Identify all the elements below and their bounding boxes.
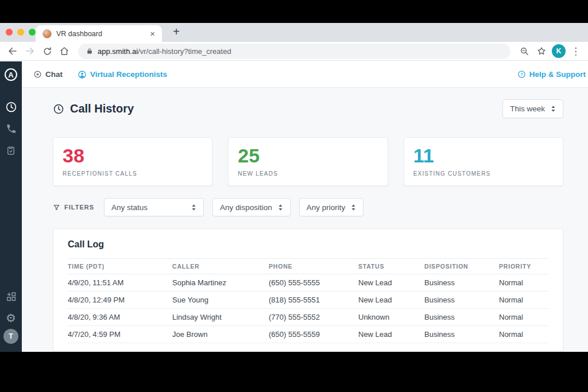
page-content: Call History This week 38 RECEPTIONIST C… xyxy=(22,88,588,352)
back-icon[interactable] xyxy=(6,44,20,58)
table-row[interactable]: 4/7/20, 4:59 PM Joe Brown (650) 555-5559… xyxy=(68,326,548,343)
stat-value: 38 xyxy=(63,145,203,167)
cell-caller: Lindsay Wright xyxy=(172,313,269,321)
filters-bar: FILTERS Any status Any disposition Any p… xyxy=(53,198,563,216)
reload-icon[interactable] xyxy=(40,44,54,58)
stat-card-existing-customers: 11 EXISTING CUSTOMERS xyxy=(404,137,563,186)
gear-icon: ⚙ xyxy=(6,312,16,324)
chat-icon xyxy=(33,70,42,79)
nav-virtual-receptionists[interactable]: Virtual Receptionists xyxy=(78,70,167,79)
forward-icon[interactable] xyxy=(23,44,37,58)
minimize-window-button[interactable] xyxy=(17,29,24,36)
status-filter-select[interactable]: Any status xyxy=(104,198,204,216)
disposition-filter-select[interactable]: Any disposition xyxy=(212,198,291,216)
app-root: A ⚙ T xyxy=(0,61,588,352)
help-icon: ? xyxy=(517,70,526,79)
zoom-out-icon[interactable] xyxy=(517,44,531,58)
url-path: /vr/call-history?time_created xyxy=(138,47,231,56)
url-host: app.smith.ai xyxy=(98,47,138,56)
col-disposition[interactable]: DISPOSITION xyxy=(424,263,499,270)
cell-time: 4/7/20, 4:59 PM xyxy=(68,330,172,339)
table-row[interactable]: 4/9/20, 11:51 AM Sophia Martinez (650) 5… xyxy=(68,274,548,292)
priority-filter-value: Any priority xyxy=(307,203,346,212)
stat-cards: 38 RECEPTIONIST CALLS 25 NEW LEADS 11 EX… xyxy=(53,137,563,186)
table-row[interactable]: 4/8/20, 12:49 PM Sue Young (818) 555-555… xyxy=(68,292,548,309)
smith-logo-icon[interactable]: A xyxy=(0,64,22,86)
col-caller[interactable]: CALLER xyxy=(172,263,269,270)
cell-priority: Normal xyxy=(499,313,548,321)
app-sidebar: A ⚙ T xyxy=(0,61,22,352)
stat-card-receptionist-calls: 38 RECEPTIONIST CALLS xyxy=(53,137,212,186)
sidebar-calls-icon[interactable] xyxy=(0,118,22,139)
table-row[interactable]: 4/8/20, 9:36 AM Lindsay Wright (770) 555… xyxy=(68,309,548,326)
select-arrows-icon xyxy=(191,204,196,211)
close-window-button[interactable] xyxy=(6,29,13,36)
nav-chat[interactable]: Chat xyxy=(33,70,63,79)
browser-menu-icon[interactable]: ⋮ xyxy=(569,45,582,57)
cell-disposition: Business xyxy=(424,296,499,304)
cell-status: New Lead xyxy=(358,278,424,287)
col-status[interactable]: STATUS xyxy=(358,263,424,270)
url-bar[interactable]: app.smith.ai/vr/call-history?time_create… xyxy=(78,44,510,59)
receptionist-icon xyxy=(78,70,87,79)
browser-tab[interactable]: VR dashboard × xyxy=(36,25,162,42)
sidebar-settings-icon[interactable]: ⚙ xyxy=(0,307,22,329)
filters-label: FILTERS xyxy=(64,204,94,211)
cell-time: 4/8/20, 9:36 AM xyxy=(68,313,172,321)
stat-label: NEW LEADS xyxy=(238,170,378,177)
lock-icon xyxy=(86,47,93,55)
sidebar-user-avatar[interactable]: T xyxy=(3,329,18,344)
select-arrows-icon xyxy=(351,204,356,211)
col-priority[interactable]: PRIORITY xyxy=(499,263,548,270)
sidebar-add-apps-icon[interactable] xyxy=(0,285,22,307)
browser-toolbar: app.smith.ai/vr/call-history?time_create… xyxy=(0,42,588,61)
call-log-table: TIME (PDT) CALLER PHONE STATUS DISPOSITI… xyxy=(68,258,548,343)
priority-filter-select[interactable]: Any priority xyxy=(299,198,364,216)
cell-status: New Lead xyxy=(358,330,424,339)
filter-funnel-icon xyxy=(53,204,60,211)
cell-disposition: Business xyxy=(424,313,499,321)
tab-favicon-icon xyxy=(42,29,52,38)
product-nav: Chat Virtual Receptionists ? Help & Supp… xyxy=(22,61,588,88)
stat-label: EXISTING CUSTOMERS xyxy=(413,170,554,177)
disposition-filter-value: Any disposition xyxy=(220,203,272,212)
cell-phone: (770) 555-5552 xyxy=(269,313,358,321)
nav-help-label: Help & Support xyxy=(529,70,586,79)
app-main: Chat Virtual Receptionists ? Help & Supp… xyxy=(22,61,588,352)
select-arrows-icon xyxy=(278,204,283,211)
date-range-select[interactable]: This week xyxy=(502,99,563,118)
new-tab-button[interactable]: + xyxy=(169,24,184,39)
cell-caller: Sue Young xyxy=(172,296,269,304)
stat-label: RECEPTIONIST CALLS xyxy=(63,170,203,177)
page-title: Call History xyxy=(70,102,134,115)
date-range-value: This week xyxy=(510,104,545,113)
svg-text:?: ? xyxy=(520,72,523,77)
select-arrows-icon xyxy=(551,105,556,112)
tab-strip: VR dashboard × + xyxy=(0,23,588,42)
nav-help-support[interactable]: ? Help & Support xyxy=(517,70,587,79)
tab-close-icon[interactable]: × xyxy=(149,29,156,38)
cell-phone: (650) 555-5555 xyxy=(269,278,358,287)
cell-disposition: Business xyxy=(424,278,499,287)
clock-icon xyxy=(53,103,64,115)
sidebar-call-history-icon[interactable] xyxy=(0,96,22,118)
cell-time: 4/9/20, 11:51 AM xyxy=(68,278,172,287)
col-time[interactable]: TIME (PDT) xyxy=(68,263,172,270)
home-icon[interactable] xyxy=(57,44,71,58)
svg-text:A: A xyxy=(8,71,14,79)
col-phone[interactable]: PHONE xyxy=(269,263,358,270)
bookmark-star-icon[interactable] xyxy=(535,44,548,58)
nav-vr-label: Virtual Receptionists xyxy=(90,70,167,79)
stat-card-new-leads: 25 NEW LEADS xyxy=(228,137,388,186)
cell-priority: Normal xyxy=(499,296,548,304)
url-text: app.smith.ai/vr/call-history?time_create… xyxy=(98,47,231,56)
zoom-window-button[interactable] xyxy=(29,29,36,36)
cell-status: New Lead xyxy=(358,296,424,304)
sidebar-tasks-icon[interactable] xyxy=(0,139,22,161)
cell-priority: Normal xyxy=(499,278,548,287)
filters-label-wrap: FILTERS xyxy=(53,204,94,211)
window-controls xyxy=(6,29,36,36)
stat-value: 11 xyxy=(413,145,554,167)
cell-phone: (818) 555-5551 xyxy=(269,296,358,304)
browser-profile-avatar[interactable]: K xyxy=(552,44,566,58)
